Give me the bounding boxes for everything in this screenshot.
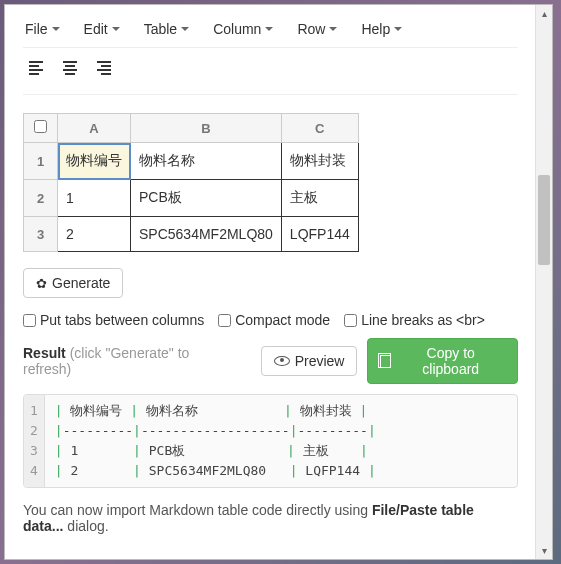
result-code[interactable]: 1234 | 物料编号 | 物料名称 | 物料封装 ||---------|--… xyxy=(23,394,518,488)
copy-label: Copy to clipboard xyxy=(396,345,505,377)
tabs-checkbox[interactable]: Put tabs between columns xyxy=(23,312,204,328)
menu-help-label: Help xyxy=(361,21,390,37)
align-center-icon xyxy=(63,59,77,77)
preview-button[interactable]: Preview xyxy=(261,346,358,376)
menu-help[interactable]: Help xyxy=(361,21,402,37)
result-label: Result (click "Generate" to refresh) xyxy=(23,345,241,377)
align-center-button[interactable] xyxy=(57,56,83,80)
compact-label: Compact mode xyxy=(235,312,330,328)
tabs-label: Put tabs between columns xyxy=(40,312,204,328)
spreadsheet[interactable]: ABC1物料编号物料名称物料封装21PCB板主板32SPC5634MF2MLQ8… xyxy=(23,113,359,252)
align-right-icon xyxy=(97,59,111,77)
menu-row-label: Row xyxy=(297,21,325,37)
copy-icon xyxy=(380,355,391,368)
align-right-button[interactable] xyxy=(91,56,117,80)
cell[interactable]: PCB板 xyxy=(131,180,282,217)
compact-checkbox[interactable]: Compact mode xyxy=(218,312,330,328)
menu-column[interactable]: Column xyxy=(213,21,273,37)
vertical-scrollbar[interactable]: ▴ ▾ xyxy=(535,5,552,559)
menu-file[interactable]: File xyxy=(25,21,60,37)
cell[interactable]: 物料编号 xyxy=(58,143,131,180)
caret-down-icon xyxy=(52,27,60,31)
align-left-button[interactable] xyxy=(23,56,49,80)
column-header[interactable]: B xyxy=(131,114,282,143)
column-header[interactable]: C xyxy=(281,114,358,143)
cell[interactable]: LQFP144 xyxy=(281,217,358,252)
result-row: Result (click "Generate" to refresh) Pre… xyxy=(23,338,518,384)
import-note: You can now import Markdown table code d… xyxy=(23,502,518,534)
code-content[interactable]: | 物料编号 | 物料名称 | 物料封装 ||---------|-------… xyxy=(45,395,386,487)
note-post: dialog. xyxy=(63,518,108,534)
row-header[interactable]: 3 xyxy=(24,217,58,252)
menu-file-label: File xyxy=(25,21,48,37)
scroll-up-icon[interactable]: ▴ xyxy=(536,5,552,22)
generate-button[interactable]: ✿ Generate xyxy=(23,268,123,298)
options-row: Put tabs between columns Compact mode Li… xyxy=(23,312,518,328)
eye-icon xyxy=(274,356,290,366)
caret-down-icon xyxy=(329,27,337,31)
cell[interactable]: 主板 xyxy=(281,180,358,217)
scroll-thumb[interactable] xyxy=(538,175,550,265)
menu-table[interactable]: Table xyxy=(144,21,189,37)
caret-down-icon xyxy=(394,27,402,31)
row-header[interactable]: 2 xyxy=(24,180,58,217)
menu-row[interactable]: Row xyxy=(297,21,337,37)
generate-label: Generate xyxy=(52,275,110,291)
scroll-down-icon[interactable]: ▾ xyxy=(536,542,552,559)
menubar: File Edit Table Column Row Help xyxy=(23,15,518,48)
menu-table-label: Table xyxy=(144,21,177,37)
line-gutter: 1234 xyxy=(24,395,45,487)
cell[interactable]: SPC5634MF2MLQ80 xyxy=(131,217,282,252)
cell[interactable]: 2 xyxy=(58,217,131,252)
cell[interactable]: 物料封装 xyxy=(281,143,358,180)
gear-icon: ✿ xyxy=(36,276,47,291)
align-left-icon xyxy=(29,59,43,77)
column-header[interactable]: A xyxy=(58,114,131,143)
menu-edit-label: Edit xyxy=(84,21,108,37)
caret-down-icon xyxy=(181,27,189,31)
note-pre: You can now import Markdown table code d… xyxy=(23,502,372,518)
menu-edit[interactable]: Edit xyxy=(84,21,120,37)
caret-down-icon xyxy=(112,27,120,31)
caret-down-icon xyxy=(265,27,273,31)
select-all-corner[interactable] xyxy=(24,114,58,143)
row-header[interactable]: 1 xyxy=(24,143,58,180)
preview-label: Preview xyxy=(295,353,345,369)
copy-button[interactable]: Copy to clipboard xyxy=(367,338,518,384)
br-label: Line breaks as <br> xyxy=(361,312,485,328)
br-checkbox[interactable]: Line breaks as <br> xyxy=(344,312,485,328)
cell[interactable]: 物料名称 xyxy=(131,143,282,180)
align-toolbar xyxy=(23,48,518,95)
cell[interactable]: 1 xyxy=(58,180,131,217)
menu-column-label: Column xyxy=(213,21,261,37)
